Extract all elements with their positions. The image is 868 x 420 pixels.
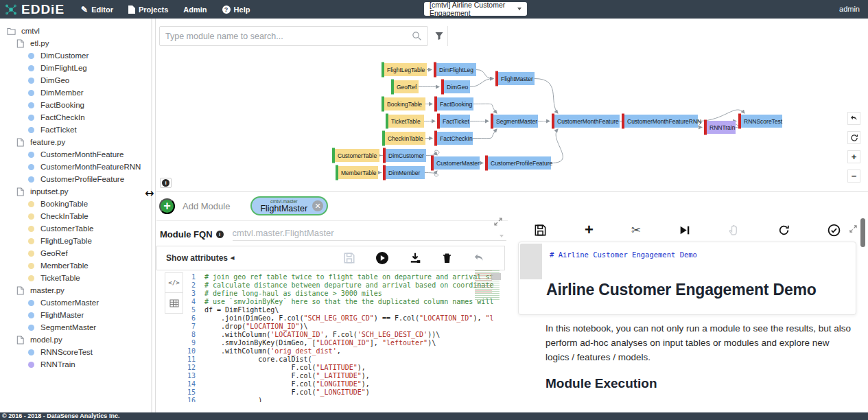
- tree-module-DimFlightLeg[interactable]: DimFlightLeg: [0, 62, 155, 74]
- graph-info-button[interactable]: i: [160, 178, 172, 188]
- menu-item-projects[interactable]: Projects: [128, 5, 168, 14]
- module-fqn-input[interactable]: [233, 228, 506, 241]
- tree-file-etl.py[interactable]: etl.py: [0, 37, 155, 49]
- graph-node-FactCheckIn[interactable]: FactCheckIn: [434, 131, 473, 146]
- delete-module-button[interactable]: [441, 253, 453, 264]
- graph-edge-DimGeo-FlightMaster: [470, 79, 493, 87]
- notebook-expand-icon[interactable]: [849, 225, 857, 233]
- tree-module-FactCheckIn[interactable]: FactCheckIn: [0, 111, 155, 124]
- notebook-validate-button[interactable]: [828, 224, 841, 237]
- tree-module-CustomerMonthFeature[interactable]: CustomerMonthFeature: [0, 148, 155, 161]
- tree-module-BookingTable[interactable]: BookingTable: [0, 198, 155, 210]
- sidebar-scrollbar[interactable]: [151, 19, 152, 412]
- tree-label: MemberTable: [40, 261, 89, 270]
- tree-module-CustomerMonthFeatureRNN[interactable]: CustomerMonthFeatureRNN: [0, 161, 155, 173]
- tree-file-feature.py[interactable]: feature.py: [0, 136, 155, 148]
- notebook-markdown-cell[interactable]: # Airline Customer Engagement Demo Airli…: [518, 242, 856, 315]
- graph-node-CustomerTable[interactable]: CustomerTable: [332, 148, 379, 163]
- current-user[interactable]: admin: [839, 5, 860, 13]
- code-line-10: 10 .withColumn('orig_dest_dist',: [184, 347, 508, 355]
- module-chip-flightmaster[interactable]: cmtvl.master FlightMaster ✕: [250, 196, 328, 215]
- graph-node-MemberTable[interactable]: MemberTable: [336, 165, 378, 180]
- menu-item-editor[interactable]: ✎ Editor: [81, 5, 113, 14]
- graph-node-DimMember[interactable]: DimMember: [383, 165, 425, 180]
- tree-module-FactTicket[interactable]: FactTicket: [0, 124, 155, 136]
- tree-module-DimMember[interactable]: DimMember: [0, 86, 155, 99]
- graph-edge-DimMember-CustomerMaster: [425, 171, 438, 176]
- file-icon: [16, 286, 25, 295]
- code-editor[interactable]: </> 1# join geo ref table twice to fligh…: [156, 270, 508, 402]
- tree-module-SegmentMaster[interactable]: SegmentMaster: [0, 321, 155, 334]
- table-view-tab[interactable]: [165, 293, 183, 314]
- graph-node-DimFlightLeg[interactable]: DimFlightLeg: [434, 62, 476, 78]
- chip-close-icon[interactable]: ✕: [312, 200, 323, 211]
- run-module-button[interactable]: [375, 251, 389, 265]
- graph-node-SegmentMaster[interactable]: SegmentMaster: [491, 114, 538, 129]
- graph-node-DimGeo[interactable]: DimGeo: [441, 80, 470, 95]
- graph-node-FactTicket[interactable]: FactTicket: [437, 114, 470, 129]
- tree-file-master.py[interactable]: master.py: [0, 284, 155, 296]
- save-module-button[interactable]: [343, 252, 355, 264]
- menu-item-admin[interactable]: Admin: [183, 5, 207, 14]
- graph-node-FactBooking[interactable]: FactBooking: [434, 97, 473, 112]
- tree-module-DimCustomer[interactable]: DimCustomer: [0, 49, 155, 62]
- graph-node-FlightLegTable[interactable]: FlightLegTable: [382, 62, 427, 78]
- graph-node-RNNTrain[interactable]: RNNTrain: [704, 120, 736, 135]
- graph-zoom-out-button[interactable]: −: [847, 170, 860, 183]
- tree-module-CheckInTable[interactable]: CheckInTable: [0, 210, 155, 222]
- play-icon: [375, 251, 389, 265]
- tree-module-TicketTable[interactable]: TicketTable: [0, 272, 155, 284]
- eddie-logo-icon[interactable]: [3, 2, 19, 17]
- notebook-add-cell-button[interactable]: +: [585, 222, 594, 237]
- tree-module-RNNTrain[interactable]: RNNTrain: [0, 358, 155, 371]
- tree-file-model.py[interactable]: model.py: [0, 334, 155, 346]
- show-attributes-toggle[interactable]: Show attributes ◀: [166, 253, 234, 263]
- brand-name[interactable]: EDDiE: [21, 0, 64, 19]
- graph-node-CustomerMonthFeatureRNN[interactable]: CustomerMonthFeatureRNN: [622, 114, 701, 129]
- tree-module-MemberTable[interactable]: MemberTable: [0, 259, 155, 272]
- graph-node-DimCustomer[interactable]: DimCustomer: [383, 148, 426, 163]
- notebook-restart-button[interactable]: [778, 224, 790, 236]
- graph-node-GeoRef[interactable]: GeoRef: [391, 80, 419, 95]
- graph-node-CheckInTable[interactable]: CheckInTable: [382, 131, 425, 146]
- graph-node-CustomerProfileFeature[interactable]: CustomerProfileFeature: [485, 156, 553, 171]
- graph-node-CustomerMonthFeature[interactable]: CustomerMonthFeature: [552, 114, 620, 129]
- graph-undo-button[interactable]: [847, 112, 860, 125]
- expand-panel-icon[interactable]: [494, 218, 502, 226]
- download-module-button[interactable]: [409, 252, 421, 264]
- add-module-button[interactable]: +: [159, 198, 175, 214]
- tree-module-DimGeo[interactable]: DimGeo: [0, 74, 155, 86]
- graph-zoom-in-button[interactable]: +: [847, 150, 860, 163]
- graph-node-BookingTable[interactable]: BookingTable: [382, 97, 425, 112]
- menu-item-help[interactable]: ? Help: [222, 5, 250, 14]
- graph-node-FlightMaster[interactable]: FlightMaster: [495, 71, 535, 86]
- notebook-scrollbar[interactable]: [860, 218, 865, 247]
- tree-module-FlightMaster[interactable]: FlightMaster: [0, 309, 155, 321]
- graph-node-CustomerMaster[interactable]: CustomerMaster: [431, 156, 480, 171]
- module-search-input[interactable]: [160, 32, 412, 41]
- revert-button[interactable]: [473, 252, 485, 264]
- tree-module-GeoRef[interactable]: GeoRef: [0, 247, 155, 259]
- graph-node-RNNScoreTest[interactable]: RNNScoreTest: [738, 114, 783, 129]
- tree-module-CustomerProfileFeature[interactable]: CustomerProfileFeature: [0, 173, 155, 185]
- tree-file-inputset.py[interactable]: inputset.py: [0, 185, 155, 198]
- graph-refresh-button[interactable]: [847, 131, 860, 144]
- code-line-1: 1# join geo ref table twice to flight ta…: [184, 273, 508, 281]
- code-view-tab[interactable]: </>: [165, 272, 183, 293]
- notebook-cut-cell-button[interactable]: ✂: [631, 223, 641, 237]
- graph-node-TicketTable[interactable]: TicketTable: [386, 114, 424, 129]
- fqn-info-icon[interactable]: i: [216, 231, 224, 238]
- tree-module-CustomerMaster[interactable]: CustomerMaster: [0, 296, 155, 309]
- project-selector[interactable]: [cmtvl] Airline Customer Engagement: [424, 2, 527, 16]
- tree-folder-cmtvl[interactable]: cmtvl: [0, 25, 155, 37]
- filter-button[interactable]: [432, 30, 446, 43]
- notebook-run-all-button[interactable]: [679, 224, 690, 236]
- notebook-interrupt-button[interactable]: [728, 224, 740, 236]
- notebook-save-button[interactable]: [534, 224, 547, 237]
- tree-label: DimFlightLeg: [40, 64, 87, 72]
- tree-module-FactBooking[interactable]: FactBooking: [0, 99, 155, 111]
- tree-module-FlightLegTable[interactable]: FlightLegTable: [0, 235, 155, 247]
- svg-text:TicketTable: TicketTable: [391, 118, 421, 125]
- tree-module-CustomerTable[interactable]: CustomerTable: [0, 222, 155, 235]
- tree-module-RNNScoreTest[interactable]: RNNScoreTest: [0, 346, 155, 358]
